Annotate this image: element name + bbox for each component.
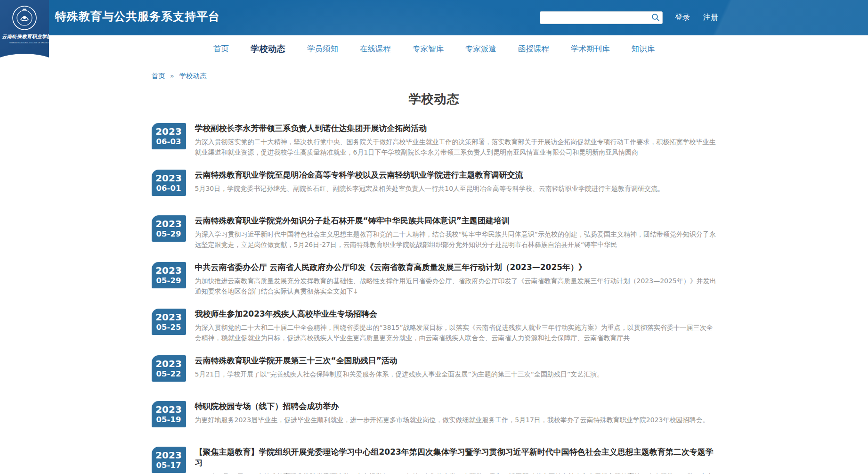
news-title-link[interactable]: 中共云南省委办公厅 云南省人民政府办公厅印发《云南省教育高质量发展三年行动计划（… xyxy=(195,262,717,273)
news-date-badge: 2023 06-03 xyxy=(152,123,186,149)
news-summary: 为深入贯彻落实党的二十大精神，坚决执行党中央、国务院关于做好高校毕业生就业工作的… xyxy=(195,137,717,157)
nav-item-4[interactable]: 专家智库 xyxy=(413,44,444,54)
college-seal-icon xyxy=(11,5,38,31)
news-date-badge: 2023 05-17 xyxy=(152,447,186,473)
nav-item-1[interactable]: 学校动态 xyxy=(251,43,285,55)
college-logo-panel[interactable]: 云南特殊教育职业学院 YUNNAN VOCATIONAL COLLEGE OF … xyxy=(0,0,49,71)
news-date-badge: 2023 05-29 xyxy=(152,215,186,242)
news-body: 中共云南省委办公厅 云南省人民政府办公厅印发《云南省教育高质量发展三年行动计划（… xyxy=(195,262,717,296)
news-summary: 为加快推进云南教育高质量发展充分发挥教育的基础性、战略性支撑作用近日省委办公厅、… xyxy=(195,276,717,296)
nav-item-7[interactable]: 学术期刊库 xyxy=(571,44,610,54)
news-list: 2023 06-03 学校副校长李永芳带领三系负责人到诺仕达集团开展访企拓岗活动… xyxy=(152,123,717,474)
search-input[interactable] xyxy=(540,11,663,24)
news-date-badge: 2023 05-29 xyxy=(152,262,186,288)
news-year: 2023 xyxy=(155,218,182,229)
news-body: 云南特殊教育职业学院至昆明冶金高等专科学校以及云南轻纺职业学院进行主题教育调研交… xyxy=(195,170,717,194)
news-body: 特职院校园专场（线下）招聘会成功举办 为更好地服务2023届毕业生，促进毕业生顺… xyxy=(195,401,717,425)
news-year: 2023 xyxy=(155,126,182,137)
news-year: 2023 xyxy=(155,265,182,276)
news-date: 05-22 xyxy=(156,369,181,379)
news-body: 云南特殊教育职业学院开展第三十三次“全国助残日”活动 5月21日，学校开展了以“… xyxy=(195,355,717,379)
news-year: 2023 xyxy=(155,172,182,184)
breadcrumb-separator: » xyxy=(170,72,174,80)
news-item: 2023 05-17 【聚焦主题教育】学院组织开展党委理论学习中心组2023年第… xyxy=(152,447,717,474)
news-body: 学校副校长李永芳带领三系负责人到诺仕达集团开展访企拓岗活动 为深入贯彻落实党的二… xyxy=(195,123,717,157)
breadcrumb: 首页 » 学校动态 xyxy=(152,72,717,81)
news-date: 06-03 xyxy=(156,137,181,147)
nav-item-6[interactable]: 函授课程 xyxy=(518,44,549,54)
news-title-link[interactable]: 【聚焦主题教育】学院组织开展党委理论学习中心组2023年第四次集体学习暨学习贯彻… xyxy=(195,447,717,468)
news-item: 2023 05-29 中共云南省委办公厅 云南省人民政府办公厅印发《云南省教育高… xyxy=(152,262,717,296)
platform-title: 特殊教育与公共服务系支持平台 xyxy=(55,9,220,24)
news-date: 05-25 xyxy=(156,323,181,332)
news-summary: 为深入学习贯彻习近平新时代中国特色社会主义思想主题教育和党的二十大精神，结合我校… xyxy=(195,229,717,250)
news-title-link[interactable]: 特职院校园专场（线下）招聘会成功举办 xyxy=(195,401,717,412)
news-body: 云南特殊教育职业学院党外知识分子赴石林开展“铸牢中华民族共同体意识”主题团建培训… xyxy=(195,215,717,250)
news-body: 我校师生参加2023年残疾人高校毕业生专场招聘会 为深入贯彻党的二十大和二十届二… xyxy=(195,309,717,343)
news-summary: 为深入贯彻党的二十大和二十届二中全会精神，围绕省委提出的“3815”战略发展目标… xyxy=(195,322,717,343)
main-content: 首页 » 学校动态 学校动态 2023 06-03 学校副校长李永芳带领三系负责… xyxy=(152,72,717,474)
news-item: 2023 06-03 学校副校长李永芳带领三系负责人到诺仕达集团开展访企拓岗活动… xyxy=(152,123,717,157)
page-title: 学校动态 xyxy=(152,91,717,107)
news-item: 2023 06-01 云南特殊教育职业学院至昆明冶金高等专科学校以及云南轻纺职业… xyxy=(152,170,717,203)
news-title-link[interactable]: 云南特殊教育职业学院至昆明冶金高等专科学校以及云南轻纺职业学院进行主题教育调研交… xyxy=(195,170,717,180)
news-date-badge: 2023 05-22 xyxy=(152,355,186,382)
nav-item-2[interactable]: 学员须知 xyxy=(307,44,338,54)
news-date-badge: 2023 06-01 xyxy=(152,170,186,196)
page: 特殊教育与公共服务系支持平台 登录 注册 xyxy=(0,0,868,474)
news-date: 06-01 xyxy=(156,184,181,193)
nav-item-0[interactable]: 首页 xyxy=(213,44,229,54)
news-summary: 2023年5月16日，云南特殊教育职业学院党委理论学习中心组举行2023年第4次… xyxy=(195,471,717,474)
logo-panel-curve xyxy=(0,54,49,71)
breadcrumb-current: 学校动态 xyxy=(179,72,207,80)
news-title-link[interactable]: 云南特殊教育职业学院党外知识分子赴石林开展“铸牢中华民族共同体意识”主题团建培训 xyxy=(195,215,717,226)
news-year: 2023 xyxy=(155,449,182,461)
news-summary: 为更好地服务2023届毕业生，促进毕业生顺利就业，进一步开拓更多市场就业岗位，做… xyxy=(195,415,717,425)
news-item: 2023 05-22 云南特殊教育职业学院开展第三十三次“全国助残日”活动 5月… xyxy=(152,355,717,389)
news-title-link[interactable]: 学校副校长李永芳带领三系负责人到诺仕达集团开展访企拓岗活动 xyxy=(195,123,717,134)
nav-item-8[interactable]: 知识库 xyxy=(632,44,655,54)
login-link[interactable]: 登录 xyxy=(675,13,690,23)
news-year: 2023 xyxy=(155,358,182,369)
top-header: 特殊教育与公共服务系支持平台 登录 注册 xyxy=(0,0,868,35)
news-date: 05-17 xyxy=(156,461,181,470)
news-summary: 5月21日，学校开展了以“完善残疾人社会保障制度和关爱服务体系，促进残疾人事业全… xyxy=(195,369,717,379)
news-date: 05-19 xyxy=(156,415,181,425)
news-title-link[interactable]: 我校师生参加2023年残疾人高校毕业生专场招聘会 xyxy=(195,309,717,319)
college-name-cn: 云南特殊教育职业学院 xyxy=(2,33,47,40)
search-icon xyxy=(651,13,660,23)
breadcrumb-home-link[interactable]: 首页 xyxy=(152,72,165,80)
news-date: 05-29 xyxy=(156,229,181,239)
news-summary: 5月30日，学院党委书记孙继先、副院长石红、副院长李冠宏及相关处室负责人一行共1… xyxy=(195,183,717,194)
header-actions: 登录 注册 xyxy=(540,0,718,35)
news-item: 2023 05-25 我校师生参加2023年残疾人高校毕业生专场招聘会 为深入贯… xyxy=(152,309,717,343)
search-button[interactable] xyxy=(650,13,661,23)
news-item: 2023 05-29 云南特殊教育职业学院党外知识分子赴石林开展“铸牢中华民族共… xyxy=(152,215,717,250)
news-date-badge: 2023 05-19 xyxy=(152,401,186,427)
news-date: 05-29 xyxy=(156,276,181,286)
news-item: 2023 05-19 特职院校园专场（线下）招聘会成功举办 为更好地服务2023… xyxy=(152,401,717,434)
auth-links: 登录 注册 xyxy=(675,13,718,23)
news-date-badge: 2023 05-25 xyxy=(152,309,186,335)
news-year: 2023 xyxy=(155,404,182,415)
nav-item-5[interactable]: 专家派遣 xyxy=(465,44,496,54)
nav-item-3[interactable]: 在线课程 xyxy=(360,44,391,54)
news-title-link[interactable]: 云南特殊教育职业学院开展第三十三次“全国助残日”活动 xyxy=(195,355,717,366)
college-name-en: YUNNAN VOCATIONAL COLLEGE OF SPECIAL EDU… xyxy=(9,41,40,43)
search-box xyxy=(540,11,663,24)
register-link[interactable]: 注册 xyxy=(703,13,718,23)
news-body: 【聚焦主题教育】学院组织开展党委理论学习中心组2023年第四次集体学习暨学习贯彻… xyxy=(195,447,717,474)
main-nav: 首页 学校动态 学员须知 在线课程 专家智库 专家派遣 函授课程 学术期刊库 知… xyxy=(0,35,868,62)
news-year: 2023 xyxy=(155,311,182,323)
